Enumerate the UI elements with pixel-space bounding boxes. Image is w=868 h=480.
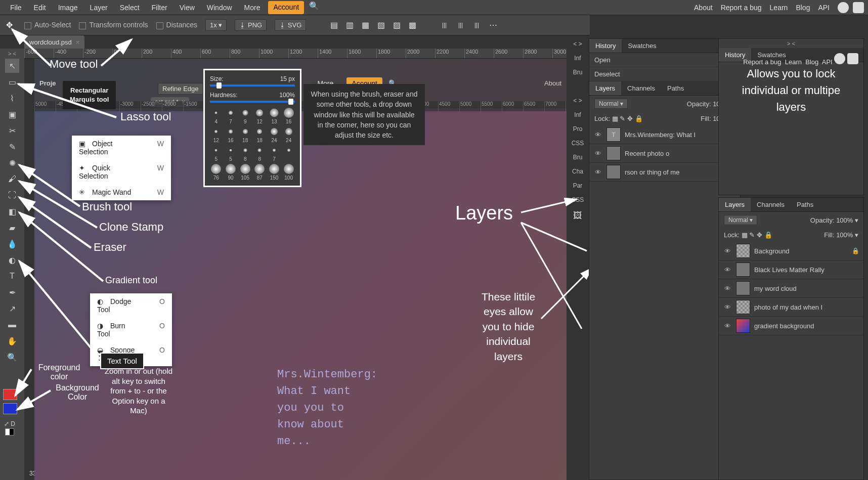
brush-presets-grid[interactable]: 4 7 9 12 13 16 12 16 18 18 24 24 5 5 8 8… (210, 108, 295, 181)
collapsed-panel-stack-1[interactable]: < > Inf Bru (567, 38, 589, 78)
align-middle-icon[interactable]: ▨ (393, 20, 401, 30)
foreground-color-swatch[interactable] (3, 389, 17, 400)
menu-file[interactable]: File (4, 1, 28, 14)
panel-image-icon[interactable]: 🖼 (572, 208, 583, 223)
link-blog[interactable]: Blog (796, 4, 810, 12)
size-value[interactable]: 15 px (280, 75, 295, 82)
layer-row[interactable]: 👁Recent photo o (589, 144, 740, 163)
export-png-button[interactable]: ⭳ PNG (235, 19, 267, 31)
tab-channels[interactable]: Channels (751, 198, 791, 211)
eye-icon[interactable]: 👁 (723, 266, 732, 274)
link-learn[interactable]: Learn (770, 4, 788, 12)
align-center-icon[interactable]: ▥ (346, 20, 354, 30)
tab-swatches[interactable]: Swatches (622, 39, 662, 53)
blend-mode-select[interactable]: Normal ▾ (594, 99, 628, 109)
background-color-swatch[interactable] (3, 403, 17, 414)
blur-tool[interactable]: 💧 (5, 237, 19, 251)
panel-toggle-icon[interactable]: < > (572, 95, 583, 106)
panel-properties-tab[interactable]: Pro (572, 123, 584, 135)
export-svg-button[interactable]: ⭳ SVG (275, 19, 306, 31)
burn-tool-item[interactable]: ◑Burn ToolO (90, 318, 172, 342)
facebook-icon[interactable] (853, 2, 864, 13)
collapsed-panel-stack-2[interactable]: < > Inf Pro CSS Bru Cha Par CSS 🖼 (567, 95, 589, 223)
dodge-tool[interactable]: ◐ (5, 253, 19, 267)
distances-checkbox[interactable]: Distances (156, 21, 197, 29)
zoom-scale-select[interactable]: 1x ▾ (205, 19, 227, 31)
search-icon[interactable]: 🔍 (309, 1, 319, 14)
distribute-2-icon[interactable]: ⫼ (457, 21, 465, 30)
twitter-icon[interactable] (838, 2, 849, 13)
blend-mode-select[interactable]: Normal ▾ (724, 215, 757, 225)
collapse-toggle[interactable]: > < (719, 39, 863, 48)
menu-layer[interactable]: Layer (84, 1, 114, 14)
link-report-bug[interactable]: Report a bug (721, 4, 762, 12)
panel-paragraph-tab[interactable]: Par (572, 180, 584, 191)
hardness-value[interactable]: 100% (279, 92, 295, 99)
rect-marquee-tool[interactable]: ▭ (5, 75, 19, 89)
lasso-tool[interactable]: ⌇ (5, 91, 19, 105)
move-tool-icon[interactable]: ✥ (6, 20, 16, 30)
healing-tool[interactable]: ✺ (5, 156, 19, 170)
distribute-3-icon[interactable]: ⫼ (473, 21, 481, 30)
layer-row[interactable]: 👁my word cloud (719, 279, 863, 298)
size-slider[interactable] (210, 84, 295, 86)
menu-window[interactable]: Window (201, 1, 238, 14)
brush-settings-popup[interactable]: Size:15 px Hardness:100% 4 7 9 12 13 16 … (203, 69, 301, 187)
menu-edit[interactable]: Edit (28, 1, 52, 14)
history-deselect[interactable]: Deselect (589, 67, 740, 81)
panel-info-tab[interactable]: Inf (573, 109, 582, 120)
align-right-icon[interactable]: ▦ (362, 20, 369, 30)
distribute-1-icon[interactable]: ⫼ (441, 21, 449, 30)
eye-icon[interactable]: 👁 (723, 247, 732, 255)
path-select-tool[interactable]: ↗ (5, 301, 19, 316)
align-bottom-icon[interactable]: ▩ (409, 20, 416, 30)
link-about[interactable]: About (694, 4, 713, 12)
brush-tool[interactable]: 🖌 (5, 172, 19, 186)
tab-paths[interactable]: Paths (661, 81, 690, 95)
history-open[interactable]: Open (589, 53, 740, 67)
selection-tool-submenu[interactable]: ▣Object SelectionW ✦Quick SelectionW ✳Ma… (72, 136, 171, 200)
hardness-slider[interactable] (210, 101, 295, 103)
link-api[interactable]: API (818, 4, 830, 12)
clone-stamp-tool[interactable]: ⛶ (5, 188, 19, 202)
pen-tool[interactable]: ✒ (5, 285, 19, 299)
quick-selection-item[interactable]: ✦Quick SelectionW (72, 160, 171, 184)
close-icon[interactable]: × (76, 38, 80, 46)
tab-paths[interactable]: Paths (791, 198, 819, 211)
shape-tool[interactable]: ▬ (5, 318, 19, 332)
eraser-tool[interactable]: ◧ (5, 204, 19, 219)
tab-channels[interactable]: Channels (621, 81, 661, 95)
dodge-tool-item[interactable]: ◐Dodge ToolO (90, 293, 172, 318)
panel-character-tab[interactable]: Cha (571, 166, 584, 177)
transform-controls-checkbox[interactable]: Transform controls (79, 21, 148, 29)
layer-row-background[interactable]: 👁Background🔒 (719, 242, 863, 260)
eye-icon[interactable]: 👁 (723, 322, 732, 330)
type-tool[interactable]: T (5, 269, 19, 283)
menu-more[interactable]: More (238, 1, 267, 14)
distribute-4-icon[interactable]: ⋯ (489, 20, 497, 30)
eye-icon[interactable]: 👁 (723, 303, 732, 311)
tab-history[interactable]: History (589, 39, 622, 53)
menu-select[interactable]: Select (114, 1, 146, 14)
panel-toggle-icon[interactable]: < > (572, 38, 583, 50)
auto-select-checkbox[interactable]: Auto-Select (24, 21, 71, 29)
eye-icon[interactable]: 👁 (723, 285, 732, 292)
layer-row[interactable]: 👁gradient background (719, 317, 863, 335)
layer-row[interactable]: 👁photo of my dad when I (719, 298, 863, 317)
menu-view[interactable]: View (173, 1, 201, 14)
panel-css-tab[interactable]: CSS (571, 194, 585, 205)
crop-tool[interactable]: ✂ (5, 123, 19, 138)
hand-tool[interactable]: ✋ (5, 334, 19, 348)
panel-brush-tab[interactable]: Bru (572, 152, 584, 163)
menu-account[interactable]: Account (268, 1, 304, 14)
menu-image[interactable]: Image (52, 1, 84, 14)
panel-css-tab[interactable]: CSS (571, 138, 585, 149)
layer-row[interactable]: 👁Black Lives Matter Rally (719, 260, 863, 279)
move-tool[interactable]: ↖ (5, 59, 19, 73)
document-tab[interactable]: wordcloud.psd × (24, 35, 84, 49)
align-top-icon[interactable]: ▧ (377, 20, 385, 30)
magic-wand-item[interactable]: ✳Magic WandW (72, 184, 171, 200)
tab-layers[interactable]: Layers (589, 81, 621, 95)
object-select-tool[interactable]: ▣ (5, 107, 19, 121)
align-left-icon[interactable]: ▤ (330, 20, 338, 30)
